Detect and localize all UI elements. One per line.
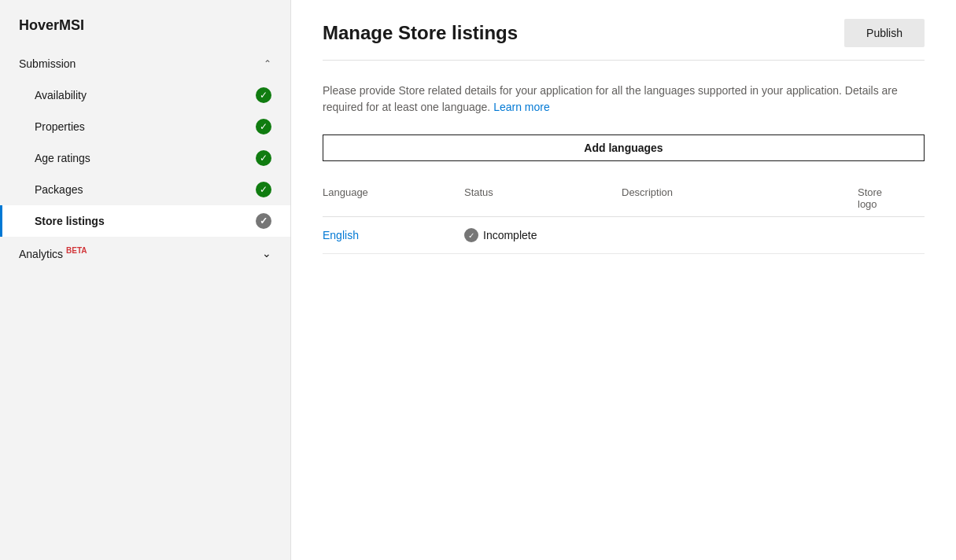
status-text: Incomplete [483,229,537,241]
packages-check-icon: ✓ [256,182,271,197]
language-cell: English [323,229,464,241]
main-content: Manage Store listings Publish Please pro… [291,0,956,560]
col-description: Description [622,186,858,210]
col-language: Language [323,186,464,210]
sidebar-item-age-ratings[interactable]: Age ratings ✓ [0,142,290,174]
app-name: HoverMSI [0,0,290,48]
sidebar-item-store-listings-label: Store listings [35,215,105,227]
incomplete-status-icon: ✓ [464,228,478,242]
col-store-logo: Storelogo [858,186,956,210]
beta-badge: BETA [66,246,87,255]
submission-label: Submission [19,57,76,70]
submission-chevron-icon: ⌃ [264,58,271,69]
age-ratings-check-icon: ✓ [256,150,271,166]
sidebar-item-age-ratings-label: Age ratings [35,152,90,164]
submission-section: Submission ⌃ Availability ✓ Properties ✓… [0,48,290,237]
add-languages-button[interactable]: Add languages [323,134,925,161]
sidebar-item-packages-label: Packages [35,183,83,196]
table-header: Language Status Description Storelogo [323,180,925,217]
analytics-section[interactable]: AnalyticsBETA ⌄ [0,237,290,270]
sidebar-item-packages[interactable]: Packages ✓ [0,174,290,205]
col-status: Status [464,186,622,210]
sidebar-item-store-listings[interactable]: Store listings ✓ [0,205,290,237]
properties-check-icon: ✓ [256,119,271,134]
store-listings-check-icon: ✓ [256,213,271,229]
learn-more-link[interactable]: Learn more [493,101,550,113]
sidebar-item-properties-label: Properties [35,120,85,133]
page-title: Manage Store listings [323,22,518,44]
status-cell: ✓ Incomplete [464,228,622,242]
sidebar: HoverMSI Submission ⌃ Availability ✓ Pro… [0,0,291,560]
info-section: Please provide Store related details for… [291,61,956,131]
english-language-link[interactable]: English [323,229,359,241]
sidebar-item-properties[interactable]: Properties ✓ [0,111,290,142]
publish-button[interactable]: Publish [844,19,925,47]
sidebar-item-availability[interactable]: Availability ✓ [0,79,290,111]
languages-table: Language Status Description Storelogo En… [323,180,925,254]
analytics-chevron-icon: ⌄ [262,247,271,260]
main-header: Manage Store listings Publish [291,0,956,60]
analytics-label: AnalyticsBETA [19,246,87,260]
sidebar-item-availability-label: Availability [35,89,87,101]
table-row: English ✓ Incomplete [323,217,925,254]
submission-header[interactable]: Submission ⌃ [0,48,290,79]
availability-check-icon: ✓ [256,87,271,103]
info-text: Please provide Store related details for… [323,83,925,116]
